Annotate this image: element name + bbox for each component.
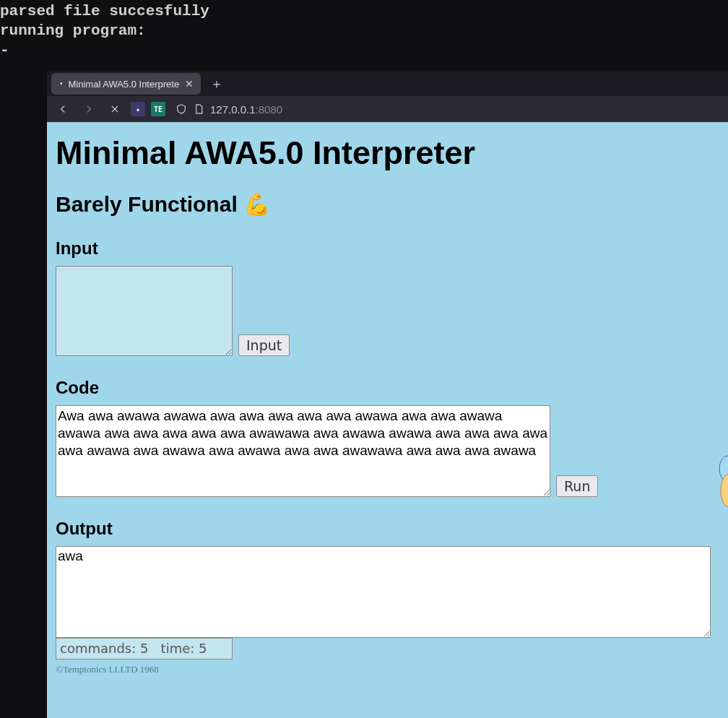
browser-window: • Minimal AWA5.0 Interprete ✕ ＋ ✦ TE 127… bbox=[47, 72, 728, 718]
address-bar[interactable]: 127.0.0.1:8080 bbox=[171, 99, 722, 119]
code-textarea[interactable] bbox=[56, 405, 550, 497]
page-content: Minimal AWA5.0 Interpreter Barely Functi… bbox=[47, 122, 728, 718]
browser-tab[interactable]: • Minimal AWA5.0 Interprete ✕ bbox=[51, 73, 201, 95]
nav-back-button[interactable] bbox=[53, 99, 73, 119]
output-label: Output bbox=[56, 519, 719, 539]
close-tab-icon[interactable]: ✕ bbox=[185, 78, 194, 90]
tab-unsaved-indicator-icon: • bbox=[60, 80, 63, 87]
terminal-output: parsed file succesfully running program:… bbox=[0, 0, 728, 60]
stats-display bbox=[56, 638, 233, 659]
browser-toolbar: ✦ TE 127.0.0.1:8080 bbox=[47, 96, 728, 122]
tab-strip: • Minimal AWA5.0 Interprete ✕ ＋ bbox=[47, 72, 728, 96]
arrow-right-icon bbox=[82, 103, 95, 116]
input-label: Input bbox=[56, 238, 719, 259]
shield-icon bbox=[176, 103, 187, 115]
page-subtitle: Barely Functional 💪 bbox=[56, 191, 719, 217]
new-tab-button[interactable]: ＋ bbox=[208, 75, 225, 92]
output-textarea[interactable] bbox=[56, 546, 711, 638]
tab-title: Minimal AWA5.0 Interprete bbox=[69, 79, 180, 90]
terminal-line-2: running program: bbox=[0, 22, 146, 39]
page-title: Minimal AWA5.0 Interpreter bbox=[56, 135, 719, 171]
run-button[interactable]: Run bbox=[556, 475, 598, 497]
url-text: 127.0.0.1:8080 bbox=[210, 103, 282, 116]
arrow-left-icon bbox=[56, 103, 69, 116]
nav-forward-button[interactable] bbox=[79, 99, 99, 119]
stop-button[interactable] bbox=[105, 99, 125, 119]
extension-icon-2[interactable]: TE bbox=[151, 102, 165, 116]
input-button[interactable]: Input bbox=[238, 334, 290, 356]
copyright-text: ©Temptonics LLLTD 1968 bbox=[56, 664, 719, 675]
terminal-line-1: parsed file succesfully bbox=[0, 3, 209, 20]
code-label: Code bbox=[56, 378, 719, 398]
svg-point-1 bbox=[721, 475, 728, 506]
page-icon bbox=[193, 103, 204, 115]
input-textarea[interactable] bbox=[56, 266, 233, 356]
mascot-image-icon bbox=[718, 447, 728, 519]
x-icon bbox=[109, 103, 121, 115]
terminal-line-3: - bbox=[0, 42, 9, 59]
extension-icon-1[interactable]: ✦ bbox=[131, 102, 145, 116]
